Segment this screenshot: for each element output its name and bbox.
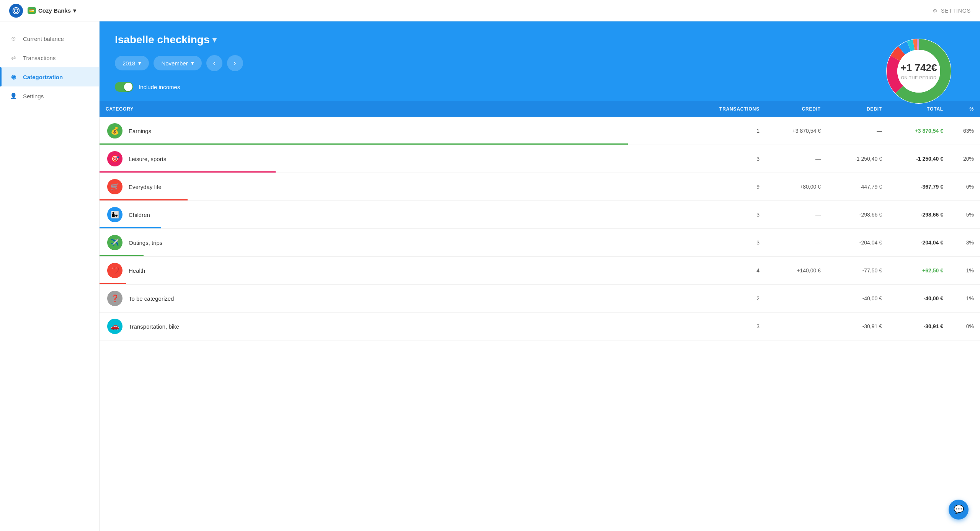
total-cell: -204,04 € — [888, 233, 949, 252]
chat-button[interactable]: 💬 — [949, 500, 969, 520]
debit-cell: -30,91 € — [827, 317, 888, 336]
debit-cell: -447,79 € — [827, 178, 888, 196]
account-title[interactable]: Isabelle checkings ▾ — [115, 34, 965, 46]
settings-button[interactable]: ⚙ SETTINGS — [933, 8, 971, 14]
transactions-cell: 3 — [704, 233, 766, 252]
sidebar-label-categorization: Categorization — [23, 74, 63, 80]
category-icon: 🚗 — [107, 319, 122, 334]
balance-icon: ⊙ — [9, 34, 18, 43]
category-cell: 🛒 Everyday life — [100, 173, 704, 200]
table-row[interactable]: 🛒 Everyday life 9 +80,00 € -447,79 € -36… — [100, 173, 980, 201]
donut-center: +1 742€ ON THE PERIOD — [901, 62, 937, 81]
table-header: CATEGORY TRANSACTIONS CREDIT DEBIT TOTAL… — [100, 101, 980, 117]
category-name: Health — [129, 267, 145, 274]
transactions-cell: 3 — [704, 150, 766, 168]
transactions-icon: ⇄ — [9, 54, 18, 62]
category-name: Outings, trips — [129, 239, 162, 246]
table-row[interactable]: 🎯 Leisure, sports 3 — -1 250,40 € -1 250… — [100, 145, 980, 173]
category-icon: ✈️ — [107, 235, 122, 250]
sidebar-label-settings: Settings — [23, 93, 44, 99]
category-cell: 🚗 Transportation, bike — [100, 313, 704, 340]
total-cell: -1 250,40 € — [888, 150, 949, 168]
percent-cell: 1% — [949, 289, 980, 308]
toggle-row: Include incomes — [115, 82, 965, 92]
table-row[interactable]: 💰 Earnings 1 +3 870,54 € — +3 870,54 € 6… — [100, 117, 980, 145]
category-bar — [100, 227, 161, 228]
debit-cell: -204,04 € — [827, 233, 888, 252]
topbar: 💳 Cozy Banks ▾ ⚙ SETTINGS — [0, 0, 980, 21]
debit-cell: -298,66 € — [827, 205, 888, 224]
percent-cell: 6% — [949, 178, 980, 196]
account-chevron-icon: ▾ — [212, 35, 216, 44]
table-body: 💰 Earnings 1 +3 870,54 € — +3 870,54 € 6… — [100, 117, 980, 340]
account-name: Isabelle checkings — [115, 34, 209, 46]
year-chevron-icon: ▾ — [138, 60, 141, 67]
credit-cell: — — [766, 233, 827, 252]
table-row[interactable]: 👨‍👧 Children 3 — -298,66 € -298,66 € 5% — [100, 201, 980, 229]
table-row[interactable]: ✈️ Outings, trips 3 — -204,04 € -204,04 … — [100, 229, 980, 257]
category-icon: ❤️ — [107, 263, 122, 278]
main-content: +1 742€ ON THE PERIOD Isabelle checkings… — [100, 21, 980, 531]
sidebar-item-settings[interactable]: 👤 Settings — [0, 86, 99, 106]
percent-cell: 3% — [949, 233, 980, 252]
total-cell: -30,91 € — [888, 317, 949, 336]
table-row[interactable]: ❓ To be categorized 2 — -40,00 € -40,00 … — [100, 285, 980, 313]
sidebar-item-transactions[interactable]: ⇄ Transactions — [0, 48, 99, 67]
table-row[interactable]: 🚗 Transportation, bike 3 — -30,91 € -30,… — [100, 313, 980, 340]
sidebar-label-balance: Current balance — [23, 36, 64, 42]
col-category: CATEGORY — [100, 101, 704, 117]
cozy-logo — [9, 4, 23, 18]
category-icon: 🎯 — [107, 151, 122, 166]
credit-cell: — — [766, 317, 827, 336]
credit-cell: — — [766, 205, 827, 224]
total-cell: +3 870,54 € — [888, 122, 949, 140]
category-bar — [100, 199, 188, 200]
transactions-cell: 9 — [704, 178, 766, 196]
category-cell: ❓ To be categorized — [100, 285, 704, 312]
col-credit: CREDIT — [766, 101, 827, 117]
credit-cell: +80,00 € — [766, 178, 827, 196]
credit-cell: +3 870,54 € — [766, 122, 827, 140]
category-bar — [100, 255, 144, 256]
credit-cell: +140,00 € — [766, 261, 827, 280]
debit-cell: — — [827, 122, 888, 140]
toggle-label: Include incomes — [139, 84, 180, 90]
total-cell: -40,00 € — [888, 289, 949, 308]
category-icon: 👨‍👧 — [107, 207, 122, 222]
controls-row: 2018 ▾ November ▾ ‹ › — [115, 55, 965, 71]
category-cell: 💰 Earnings — [100, 117, 704, 145]
transactions-cell: 4 — [704, 261, 766, 280]
col-debit: DEBIT — [827, 101, 888, 117]
table-row[interactable]: ❤️ Health 4 +140,00 € -77,50 € +62,50 € … — [100, 257, 980, 285]
percent-cell: 1% — [949, 261, 980, 280]
app-name[interactable]: 💳 Cozy Banks ▾ — [28, 7, 76, 14]
topbar-left: 💳 Cozy Banks ▾ — [9, 4, 76, 18]
percent-cell: 63% — [949, 122, 980, 140]
sidebar-label-transactions: Transactions — [23, 55, 56, 61]
sidebar-item-current-balance[interactable]: ⊙ Current balance — [0, 29, 99, 48]
period-amount: +1 742€ — [901, 62, 937, 74]
transactions-cell: 3 — [704, 205, 766, 224]
year-selector[interactable]: 2018 ▾ — [115, 56, 149, 70]
month-selector[interactable]: November ▾ — [154, 56, 201, 70]
transactions-cell: 2 — [704, 289, 766, 308]
category-bar — [100, 283, 126, 284]
debit-cell: -77,50 € — [827, 261, 888, 280]
sidebar: ⊙ Current balance ⇄ Transactions ◉ Categ… — [0, 21, 100, 531]
prev-button[interactable]: ‹ — [206, 55, 222, 71]
income-toggle[interactable] — [115, 82, 133, 92]
sidebar-item-categorization[interactable]: ◉ Categorization — [0, 67, 99, 86]
header-panel: +1 742€ ON THE PERIOD Isabelle checkings… — [100, 21, 980, 101]
category-bar — [100, 171, 276, 173]
next-button[interactable]: › — [227, 55, 243, 71]
total-cell: -298,66 € — [888, 205, 949, 224]
category-icon: ❓ — [107, 291, 122, 306]
chevron-down-icon: ▾ — [73, 7, 76, 14]
category-cell: 👨‍👧 Children — [100, 201, 704, 228]
percent-cell: 20% — [949, 150, 980, 168]
category-cell: ❤️ Health — [100, 257, 704, 284]
category-name: Transportation, bike — [129, 323, 179, 330]
app-name-label: Cozy Banks — [38, 7, 71, 14]
percent-cell: 0% — [949, 317, 980, 336]
year-value: 2018 — [122, 60, 135, 67]
